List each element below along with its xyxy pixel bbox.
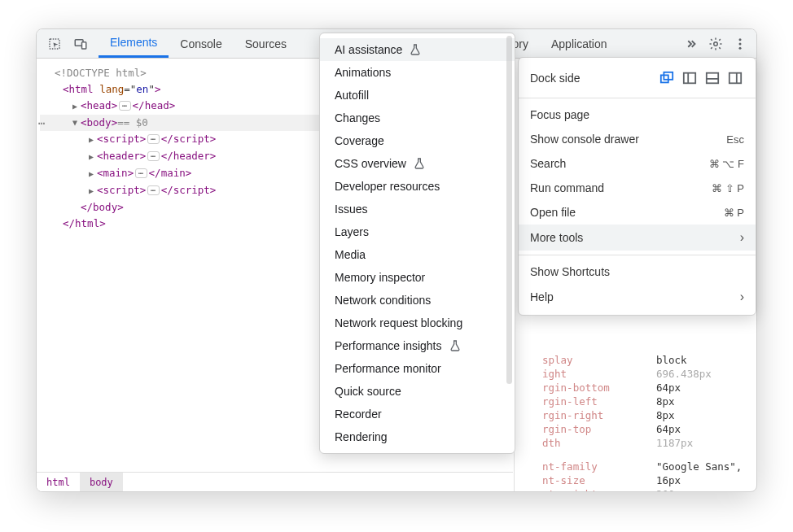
submenu-item[interactable]: Recorder <box>320 403 515 425</box>
style-property-row[interactable]: rgin-top64px <box>515 422 756 436</box>
dock-undock-icon[interactable] <box>658 69 676 87</box>
submenu-item[interactable]: Network request blocking <box>320 312 515 334</box>
svg-point-6 <box>739 46 742 49</box>
submenu-item[interactable]: Animations <box>320 61 515 84</box>
gear-icon[interactable] <box>704 33 727 55</box>
menu-item[interactable]: Search⌘ ⌥ F <box>519 151 756 176</box>
chevron-right-icon: › <box>740 290 744 304</box>
menu-item[interactable]: Show Shortcuts <box>519 259 756 284</box>
style-property-row[interactable]: nt-weight200 <box>515 487 756 492</box>
flask-icon <box>449 339 462 352</box>
dock-right-icon[interactable] <box>726 69 744 87</box>
tab-application[interactable]: Application <box>540 29 619 58</box>
breadcrumb[interactable]: html body <box>37 472 513 491</box>
style-property-row[interactable]: splayblock <box>515 353 756 367</box>
menu-item[interactable]: More tools› <box>519 225 756 251</box>
submenu-item[interactable]: Coverage <box>320 129 515 152</box>
submenu-item[interactable]: Network conditions <box>320 289 515 312</box>
submenu-item[interactable]: AI assistance <box>320 38 515 61</box>
svg-rect-2 <box>82 41 86 48</box>
device-toggle-icon[interactable] <box>69 33 92 55</box>
submenu-item[interactable]: Rendering <box>320 425 515 448</box>
menu-item[interactable]: Open file⌘ P <box>519 200 756 225</box>
dock-left-icon[interactable] <box>681 69 699 87</box>
main-menu: Dock side Focus pageShow console drawerE… <box>518 57 756 316</box>
submenu-item[interactable]: Developer resources <box>320 175 515 198</box>
submenu-item[interactable]: Autofill <box>320 84 515 107</box>
submenu-item[interactable]: Issues <box>320 198 515 220</box>
style-property-row[interactable]: rgin-right8px <box>515 408 756 422</box>
submenu-item[interactable]: CSS overview <box>320 152 515 175</box>
chevron-right-icon: › <box>740 230 744 245</box>
style-property-row[interactable]: dth1187px <box>515 436 756 450</box>
breadcrumb-html[interactable]: html <box>37 473 80 491</box>
style-property-row[interactable]: ight696.438px <box>515 367 756 381</box>
style-property-row[interactable]: nt-family"Google Sans", <box>515 460 756 473</box>
style-property-row[interactable]: rgin-left8px <box>515 395 756 408</box>
submenu-item[interactable]: Performance insights <box>320 334 515 357</box>
dock-side-label: Dock side <box>530 72 580 85</box>
tab-console[interactable]: Console <box>169 29 233 58</box>
menu-item[interactable]: Help› <box>519 284 756 310</box>
svg-rect-9 <box>684 73 695 84</box>
svg-point-4 <box>739 38 742 41</box>
submenu-item[interactable]: Quick source <box>320 380 515 403</box>
svg-point-5 <box>739 42 742 45</box>
submenu-item[interactable]: Media <box>320 243 515 266</box>
dock-bottom-icon[interactable] <box>703 69 721 87</box>
svg-rect-13 <box>729 73 741 84</box>
more-tabs-icon[interactable] <box>680 33 703 55</box>
breadcrumb-body[interactable]: body <box>80 473 123 491</box>
flask-icon <box>409 43 422 56</box>
more-tools-submenu: AI assistanceAnimationsAutofillChangesCo… <box>319 33 515 454</box>
menu-item[interactable]: Show console drawerEsc <box>519 127 756 151</box>
tab-elements[interactable]: Elements <box>99 29 169 58</box>
style-property-row[interactable]: rgin-bottom64px <box>515 381 756 395</box>
style-property-row[interactable]: nt-size16px <box>515 473 756 487</box>
flask-icon <box>413 157 426 170</box>
svg-point-3 <box>714 41 718 46</box>
submenu-item[interactable]: Layers <box>320 220 515 243</box>
submenu-item[interactable]: Performance monitor <box>320 357 515 380</box>
menu-item[interactable]: Focus page <box>519 102 756 127</box>
tab-sources[interactable]: Sources <box>234 29 298 58</box>
submenu-item[interactable]: Memory inspector <box>320 266 515 289</box>
dock-side-row: Dock side <box>519 63 756 94</box>
menu-item[interactable]: Run command⌘ ⇧ P <box>519 176 756 200</box>
kebab-menu-icon[interactable] <box>729 33 751 55</box>
submenu-item[interactable]: Changes <box>320 107 515 129</box>
inspect-icon[interactable] <box>43 33 66 55</box>
